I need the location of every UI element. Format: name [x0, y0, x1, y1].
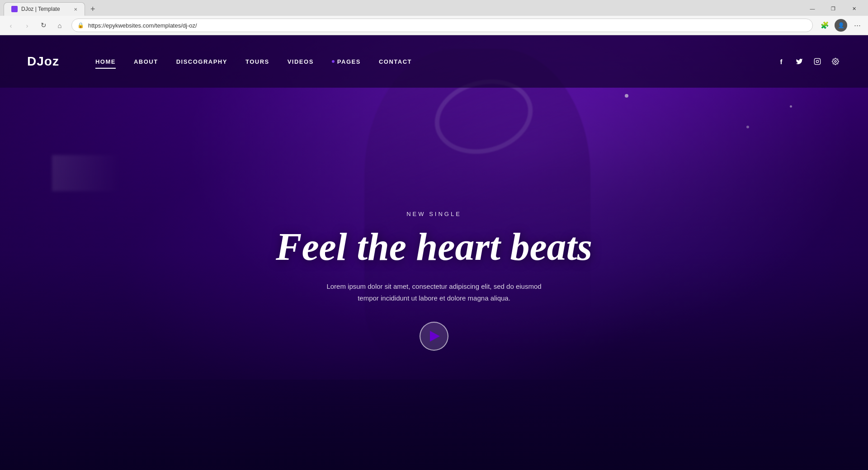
svg-rect-0 [814, 59, 820, 65]
play-button[interactable] [420, 322, 448, 351]
restore-button[interactable]: ❐ [823, 1, 844, 16]
hero-description: Lorem ipsum dolor sit amet, consectetur … [321, 281, 547, 304]
facebook-icon[interactable]: f [776, 56, 787, 67]
social-icons: f [776, 56, 841, 67]
nav-item-pages[interactable]: PAGES [332, 56, 361, 67]
lock-icon: 🔒 [77, 22, 84, 28]
svg-point-3 [835, 61, 836, 62]
hero-section: DJoz HOME ABOUT DISCOGRAPHY TOURS [0, 35, 868, 470]
forward-button[interactable]: › [20, 18, 34, 33]
url-text: https://epykwebsites.com/templates/dj-oz… [88, 22, 197, 29]
new-tab-button[interactable]: + [85, 2, 101, 16]
website-content: DJoz HOME ABOUT DISCOGRAPHY TOURS [0, 35, 868, 470]
home-button[interactable]: ⌂ [52, 18, 67, 33]
avatar: 👤 [835, 19, 847, 32]
svg-point-1 [816, 61, 818, 63]
nav-menu: HOME ABOUT DISCOGRAPHY TOURS VIDEOS [95, 56, 758, 67]
nav-item-videos[interactable]: VIDEOS [288, 56, 314, 67]
close-button[interactable]: ✕ [844, 1, 864, 16]
hero-content: NEW SINGLE Feel the heart beats Lorem ip… [276, 211, 592, 351]
window-controls: — ❐ ✕ [802, 1, 864, 16]
avatar-icon: 👤 [838, 22, 844, 28]
nav-item-discography[interactable]: DISCOGRAPHY [176, 56, 227, 67]
navbar: DJoz HOME ABOUT DISCOGRAPHY TOURS [0, 35, 868, 88]
instagram-icon[interactable] [812, 56, 823, 67]
svg-point-2 [819, 60, 819, 60]
toolbar-right: 🧩 👤 ⋯ [817, 18, 864, 33]
extensions-icon: 🧩 [821, 21, 829, 29]
active-tab[interactable]: DJoz | Template × [4, 2, 85, 16]
nav-item-about[interactable]: ABOUT [134, 56, 158, 67]
hero-subtitle: NEW SINGLE [276, 211, 592, 217]
tab-close-button[interactable]: × [74, 6, 77, 13]
refresh-button[interactable]: ↻ [36, 18, 51, 33]
tab-favicon [11, 6, 18, 12]
extensions-button[interactable]: 🧩 [817, 18, 832, 33]
profile-button[interactable]: 👤 [834, 18, 848, 33]
browser-window: DJoz | Template × + — ❐ ✕ ‹ › ↻ ⌂ 🔒 http… [0, 0, 868, 470]
twitter-icon[interactable] [794, 56, 805, 67]
hero-title: Feel the heart beats [276, 226, 592, 267]
site-logo[interactable]: DJoz [27, 54, 59, 69]
toolbar: ‹ › ↻ ⌂ 🔒 https://epykwebsites.com/templ… [0, 16, 868, 35]
nav-item-contact[interactable]: CONTACT [379, 56, 412, 67]
pages-dot [332, 60, 335, 63]
minimize-button[interactable]: — [802, 1, 823, 16]
tab-strip: DJoz | Template × + — ❐ ✕ [0, 0, 868, 16]
nav-item-home[interactable]: HOME [95, 56, 116, 67]
address-bar[interactable]: 🔒 https://epykwebsites.com/templates/dj-… [71, 19, 813, 32]
tab-title: DJoz | Template [21, 6, 60, 12]
menu-button[interactable]: ⋯ [850, 18, 864, 33]
nav-item-tours[interactable]: TOURS [245, 56, 269, 67]
settings-icon[interactable] [830, 56, 841, 67]
back-button[interactable]: ‹ [4, 18, 18, 33]
